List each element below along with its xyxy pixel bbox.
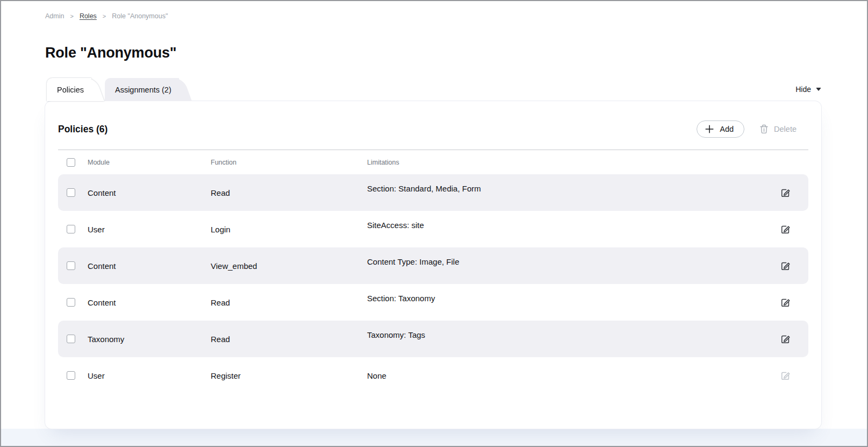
edit-button — [780, 371, 791, 381]
table-row: Content View_embed Content Type: Image, … — [58, 247, 808, 284]
module-cell: Content — [88, 188, 211, 197]
module-cell: Content — [88, 261, 211, 271]
edit-icon — [780, 224, 791, 235]
tabs-row: PoliciesAssignments (2) Hide — [45, 78, 821, 101]
row-checkbox[interactable] — [67, 298, 75, 307]
column-header-module: Module — [88, 159, 211, 166]
plus-icon — [705, 124, 714, 134]
breadcrumb-item[interactable]: Roles — [80, 12, 97, 20]
function-cell: Read — [211, 335, 367, 344]
bottom-band — [1, 429, 867, 446]
add-button-label: Add — [720, 125, 734, 133]
table-row: User Register None — [58, 357, 808, 394]
limitations-cell: SiteAccess: site — [367, 221, 763, 230]
edit-icon — [780, 188, 791, 198]
hide-toggle[interactable]: Hide — [795, 85, 821, 101]
hide-toggle-label: Hide — [795, 85, 811, 94]
table-row: User Login SiteAccess: site — [58, 211, 808, 247]
table-row: Taxonomy Read Taxonomy: Tags — [58, 321, 808, 357]
tab-list: PoliciesAssignments (2) — [45, 78, 179, 101]
panel-actions: Add Delete — [697, 120, 808, 138]
edit-icon — [780, 334, 791, 344]
tab-label: Assignments (2) — [115, 86, 171, 94]
row-checkbox[interactable] — [67, 225, 75, 233]
function-cell: Read — [211, 298, 367, 307]
breadcrumb-separator: > — [103, 13, 106, 19]
function-cell: Login — [211, 225, 367, 234]
panel-title: Policies (6) — [58, 124, 107, 135]
tab-assignments-2[interactable]: Assignments (2) — [105, 78, 179, 101]
breadcrumb-item: Role "Anonymous" — [112, 12, 168, 20]
limitations-cell: Taxonomy: Tags — [367, 330, 763, 339]
edit-icon — [780, 297, 791, 308]
edit-icon — [780, 261, 791, 271]
row-checkbox[interactable] — [67, 335, 75, 343]
add-button[interactable]: Add — [697, 120, 744, 138]
function-cell: View_embed — [211, 261, 367, 271]
limitations-cell: Section: Taxonomy — [367, 294, 763, 303]
edit-button[interactable] — [780, 261, 791, 271]
page: { "breadcrumb": { "separator": ">", "ite… — [0, 0, 868, 447]
module-cell: Content — [88, 298, 211, 307]
breadcrumb-separator: > — [70, 13, 73, 19]
function-cell: Register — [211, 371, 367, 380]
trash-icon — [759, 124, 769, 134]
breadcrumb-item: Admin — [45, 12, 64, 20]
limitations-cell: Content Type: Image, File — [367, 257, 763, 266]
edit-button[interactable] — [780, 188, 791, 198]
edit-button[interactable] — [780, 297, 791, 308]
delete-button: Delete — [759, 124, 797, 134]
limitations-cell: Section: Standard, Media, Form — [367, 184, 763, 193]
caret-down-icon — [816, 88, 821, 91]
row-checkbox[interactable] — [67, 188, 75, 197]
panel-header: Policies (6) Add — [58, 101, 808, 150]
module-cell: Taxonomy — [88, 335, 211, 344]
row-checkbox[interactable] — [67, 371, 75, 380]
policies-panel: Policies (6) Add — [45, 101, 821, 429]
module-cell: User — [88, 225, 211, 234]
module-cell: User — [88, 371, 211, 380]
breadcrumb: Admin>Roles>Role "Anonymous" — [45, 12, 821, 20]
edit-icon — [780, 371, 791, 381]
tab-policies[interactable]: Policies — [47, 78, 91, 101]
tab-label: Policies — [57, 86, 84, 94]
page-title: Role "Anonymous" — [45, 45, 821, 61]
function-cell: Read — [211, 188, 367, 197]
row-checkbox[interactable] — [67, 261, 75, 270]
table-row: Content Read Section: Taxonomy — [58, 284, 808, 321]
column-header-limitations: Limitations — [367, 159, 763, 166]
table-row: Content Read Section: Standard, Media, F… — [58, 174, 808, 211]
delete-button-label: Delete — [774, 125, 797, 133]
edit-button[interactable] — [780, 224, 791, 235]
edit-button[interactable] — [780, 334, 791, 344]
table-body: Content Read Section: Standard, Media, F… — [58, 174, 808, 394]
select-all-checkbox[interactable] — [67, 158, 75, 167]
column-header-function: Function — [211, 159, 367, 166]
limitations-cell: None — [367, 371, 763, 380]
policies-table: Module Function Limitations Content Read… — [58, 150, 808, 394]
table-header: Module Function Limitations — [58, 150, 808, 174]
